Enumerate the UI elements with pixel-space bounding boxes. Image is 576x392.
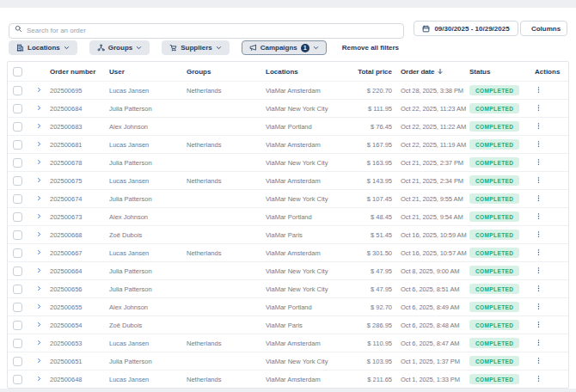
row-checkbox[interactable] <box>13 158 22 168</box>
filter-groups-button[interactable]: Groups <box>89 40 150 55</box>
status-badge: COMPLETED <box>469 266 519 276</box>
expand-row-button[interactable] <box>36 285 42 291</box>
expand-row-button[interactable] <box>36 249 42 255</box>
kebab-icon <box>535 122 542 130</box>
user-cell: Julia Patterson <box>107 159 185 167</box>
expand-row-button[interactable] <box>36 213 42 219</box>
expand-row-button[interactable] <box>36 177 42 183</box>
chevron-right-icon <box>36 177 42 183</box>
status-badge: COMPLETED <box>469 284 519 294</box>
row-checkbox[interactable] <box>13 321 22 330</box>
filter-locations-button[interactable]: Locations <box>9 40 77 55</box>
row-checkbox[interactable] <box>13 122 22 132</box>
remove-all-filters-button[interactable]: Remove all filters <box>342 44 399 52</box>
row-actions-button[interactable] <box>535 158 542 166</box>
row-checkbox[interactable] <box>13 212 22 222</box>
row-checkbox[interactable] <box>13 339 22 348</box>
select-all-checkbox[interactable] <box>13 67 22 77</box>
row-checkbox[interactable] <box>13 104 22 113</box>
row-checkbox[interactable] <box>13 303 22 312</box>
columns-button[interactable]: Columns <box>520 21 567 36</box>
order-number-cell: 202500668 <box>47 231 107 239</box>
chevron-right-icon <box>36 213 42 219</box>
col-groups[interactable]: Groups <box>185 68 264 76</box>
row-actions-button[interactable] <box>535 140 542 148</box>
expand-row-button[interactable] <box>36 231 42 237</box>
filter-suppliers-button[interactable]: Suppliers <box>162 40 229 55</box>
expand-row-button[interactable] <box>36 123 42 129</box>
expand-row-button[interactable] <box>36 358 42 364</box>
groups-icon <box>97 44 105 52</box>
row-actions-button[interactable] <box>535 104 542 112</box>
table-row: 202500678 Julia Patterson ViaMar New Yor… <box>8 153 568 171</box>
groups-cell: Netherlands <box>185 376 264 383</box>
expand-row-button[interactable] <box>36 322 42 328</box>
order-date-cell: Oct 22, 2025, 11:23 AM <box>399 105 468 113</box>
row-actions-button[interactable] <box>535 285 542 292</box>
expand-row-button[interactable] <box>36 267 42 273</box>
row-checkbox[interactable] <box>13 266 22 276</box>
table-row: 202500684 Julia Patterson ViaMar New Yor… <box>8 99 568 117</box>
col-user[interactable]: User <box>107 68 185 76</box>
row-checkbox[interactable] <box>13 357 22 366</box>
chevron-down-icon <box>216 45 222 51</box>
table-row: 202500668 Zoë Dubois ViaMar Paris $ 51.4… <box>8 225 568 243</box>
search-input[interactable] <box>9 23 404 39</box>
col-order-number[interactable]: Order number <box>47 68 107 76</box>
user-cell: Zoë Dubois <box>107 231 185 239</box>
filter-campaigns-button[interactable]: Campaigns 1 <box>242 40 327 55</box>
expand-row-button[interactable] <box>36 376 42 382</box>
order-date-cell: Oct 6, 2025, 8:49 AM <box>399 303 468 311</box>
chevron-right-icon <box>36 195 42 201</box>
expand-row-button[interactable] <box>36 340 42 346</box>
expand-row-button[interactable] <box>36 141 42 147</box>
table-body: 202500695 Lucas Jansen Netherlands ViaMa… <box>8 81 568 388</box>
row-actions-button[interactable] <box>535 375 542 383</box>
row-actions-button[interactable] <box>535 321 542 328</box>
row-checkbox[interactable] <box>13 230 22 240</box>
row-actions-button[interactable] <box>535 248 542 256</box>
status-badge: COMPLETED <box>469 121 519 132</box>
row-actions-button[interactable] <box>535 303 542 310</box>
row-checkbox[interactable] <box>13 86 22 95</box>
order-number-cell: 202500674 <box>47 195 107 203</box>
row-actions-button[interactable] <box>535 357 542 364</box>
row-checkbox[interactable] <box>13 140 22 150</box>
expand-row-button[interactable] <box>36 159 42 165</box>
cart-icon <box>169 44 177 52</box>
row-actions-button[interactable] <box>535 86 542 94</box>
order-date-cell: Oct 16, 2025, 10:57 AM <box>399 249 468 257</box>
row-checkbox[interactable] <box>13 375 22 384</box>
user-cell: Zoë Dubois <box>107 322 185 329</box>
orders-table: Order number User Groups Locations Total… <box>7 61 569 389</box>
col-locations[interactable]: Locations <box>264 68 352 76</box>
expand-row-button[interactable] <box>36 87 42 93</box>
kebab-icon <box>535 357 542 364</box>
row-actions-button[interactable] <box>535 194 542 202</box>
expand-row-button[interactable] <box>36 303 42 309</box>
row-checkbox[interactable] <box>13 285 22 294</box>
row-actions-button[interactable] <box>535 212 542 220</box>
row-checkbox[interactable] <box>13 194 22 204</box>
col-status[interactable]: Status <box>468 68 527 76</box>
row-actions-button[interactable] <box>535 230 542 238</box>
expand-row-button[interactable] <box>36 105 42 111</box>
col-order-date[interactable]: Order date <box>399 68 468 76</box>
row-actions-button[interactable] <box>535 176 542 184</box>
col-total-price[interactable]: Total price <box>352 68 399 76</box>
status-badge: COMPLETED <box>469 139 519 150</box>
chevron-down-icon <box>64 45 70 51</box>
groups-cell: Netherlands <box>185 177 264 185</box>
date-range-button[interactable]: 09/30/2025 - 10/29/2025 <box>414 21 518 36</box>
row-checkbox[interactable] <box>13 248 22 258</box>
chevron-down-icon <box>313 45 319 51</box>
row-actions-button[interactable] <box>535 266 542 274</box>
order-date-cell: Oct 21, 2025, 2:37 PM <box>399 159 468 167</box>
row-checkbox[interactable] <box>13 176 22 186</box>
order-number-cell: 202500683 <box>47 123 107 131</box>
row-actions-button[interactable] <box>535 122 542 130</box>
locations-cell: ViaMar New York City <box>264 159 352 167</box>
expand-row-button[interactable] <box>36 195 42 201</box>
locations-cell: ViaMar Amsterdam <box>264 177 352 185</box>
row-actions-button[interactable] <box>535 339 542 346</box>
